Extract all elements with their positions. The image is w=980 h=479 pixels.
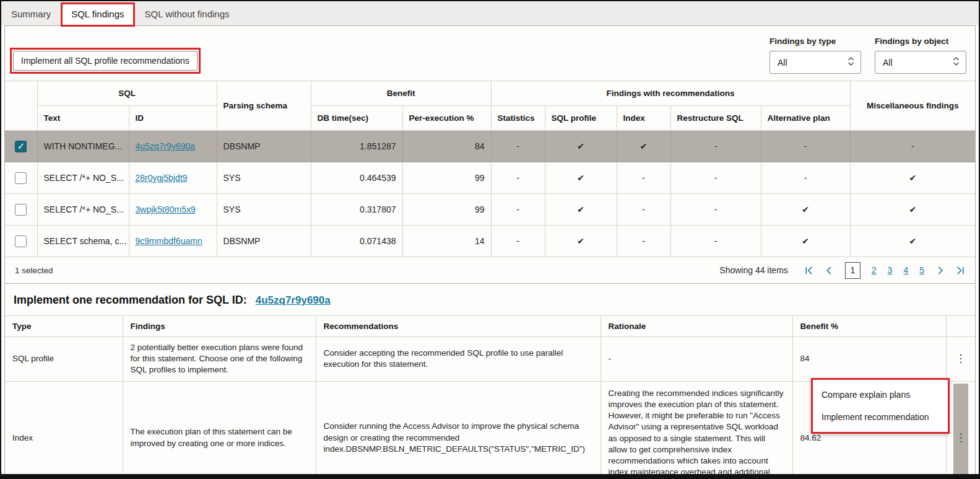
page-link[interactable]: 2 <box>872 265 877 275</box>
col-db-time: DB time(sec) <box>311 106 402 131</box>
col-rationale: Rationale <box>601 316 792 337</box>
row-checkbox[interactable] <box>15 235 27 247</box>
sql-text: WITH NONTIMEG... <box>37 131 129 162</box>
col-restructure-sql: Restructure SQL <box>670 106 761 131</box>
row-actions-kebab-button-active[interactable]: ⋮ <box>953 384 968 479</box>
col-group-benefit: Benefit <box>311 81 491 106</box>
restructure-sql-flag: - <box>670 194 761 226</box>
tab-sql-findings[interactable]: SQL findings <box>61 2 134 27</box>
rec-type: Index <box>5 381 123 479</box>
implement-all-sql-profile-button[interactable]: Implement all SQL profile recommendation… <box>13 51 197 71</box>
per-execution: 99 <box>402 194 491 226</box>
sql-profile-flag: ✔ <box>545 162 617 194</box>
miscellaneous-flag: - <box>850 131 975 162</box>
col-statistics: Statistics <box>491 106 545 131</box>
sub-header-row: Text ID DB time(sec) Per-execution % Sta… <box>5 106 975 131</box>
sql-id-link[interactable]: 9c9mmbdf6uamn <box>136 236 202 246</box>
parsing-schema: DBSNMP <box>217 226 311 257</box>
rec-rationale: Creating the recommended indices signifi… <box>601 381 792 479</box>
row-checkbox[interactable] <box>15 172 27 184</box>
rec-type: SQL profile <box>5 337 123 382</box>
rec-findings: The execution plan of this statement can… <box>123 381 316 479</box>
rec-recommendations: Consider accepting the recommended SQL p… <box>316 337 601 382</box>
col-id: ID <box>129 106 217 131</box>
col-parsing-schema: Parsing schema <box>217 81 311 131</box>
db-time: 0.071438 <box>311 226 402 257</box>
col-findings: Findings <box>123 316 316 337</box>
miscellaneous-flag: ✔ <box>850 194 975 226</box>
row-actions-kebab-icon[interactable]: ⋮ <box>955 353 966 364</box>
alternative-plan-flag: ✔ <box>761 226 850 257</box>
alternative-plan-flag: ✔ <box>761 194 850 226</box>
sql-profile-flag: ✔ <box>545 131 617 162</box>
row-checkbox[interactable] <box>15 204 27 216</box>
col-type: Type <box>5 316 123 337</box>
table-row[interactable]: WITH NONTIMEG... 4u5zq7r9y690a DBSNMP 1.… <box>5 131 975 162</box>
select-chevrons-icon <box>848 56 854 69</box>
col-miscellaneous-findings: Miscellaneous findings <box>850 81 975 131</box>
rec-benefit: 84 <box>792 337 946 382</box>
index-flag: - <box>617 194 670 226</box>
sql-id-link[interactable]: 3wpjk5t80m5x9 <box>136 204 196 214</box>
table-row[interactable]: SELECT /*+ NO_S... 28r0ygj5bjdt9 SYS 0.4… <box>5 162 975 194</box>
table-row[interactable]: SELECT schema, c... 9c9mmbdf6uamn DBSNMP… <box>5 226 975 257</box>
index-flag: - <box>617 162 670 194</box>
alternative-plan-flag: - <box>761 162 850 194</box>
filter-findings-by-object: Findings by object All <box>875 37 966 74</box>
col-group-sql: SQL <box>37 81 217 106</box>
row-actions-context-menu: Compare explain plans Implement recommen… <box>811 378 950 434</box>
sql-id-link[interactable]: 4u5zq7r9y690a <box>136 141 196 151</box>
page-link[interactable]: 4 <box>903 265 908 275</box>
table-footer: 1 selected Showing 44 items 1 2 3 4 5 <box>5 257 975 284</box>
table-row[interactable]: SELECT /*+ NO_S... 3wpjk5t80m5x9 SYS 0.3… <box>5 194 975 226</box>
row-actions-kebab-icon[interactable]: ⋮ <box>956 433 966 443</box>
alternative-plan-flag: - <box>761 131 850 162</box>
showing-items-count: Showing 44 items <box>719 265 788 275</box>
sql-id-link[interactable]: 28r0ygj5bjdt9 <box>136 173 188 183</box>
previous-page-icon[interactable] <box>825 266 834 275</box>
findings-by-object-select[interactable]: All <box>875 51 966 74</box>
last-page-icon[interactable] <box>956 266 965 275</box>
recommendation-sql-id-link[interactable]: 4u5zq7r9y690a <box>256 294 331 307</box>
filters: Findings by type All Findings by object … <box>770 37 966 74</box>
db-time: 0.317807 <box>311 194 402 226</box>
row-checkbox[interactable] <box>15 141 27 152</box>
index-flag: - <box>617 226 670 257</box>
tab-sql-without-findings[interactable]: SQL without findings <box>135 3 240 25</box>
col-alternative-plan: Alternative plan <box>761 106 850 131</box>
current-page[interactable]: 1 <box>845 262 861 279</box>
findings-by-object-label: Findings by object <box>875 37 966 46</box>
restructure-sql-flag: - <box>670 162 761 194</box>
statistics-flag: - <box>491 162 545 194</box>
col-per-execution: Per-execution % <box>402 106 491 131</box>
sql-text: SELECT /*+ NO_S... <box>37 194 129 226</box>
restructure-sql-flag: - <box>670 226 761 257</box>
next-page-icon[interactable] <box>935 266 945 275</box>
recommendation-row-sql-profile: SQL profile 2 potentially better executi… <box>5 337 975 382</box>
group-header-row: SQL Parsing schema Benefit Findings with… <box>5 81 975 106</box>
tab-summary[interactable]: Summary <box>1 3 61 25</box>
col-group-findings-with-recommendations: Findings with recommendations <box>491 81 850 106</box>
col-benefit: Benefit % <box>792 316 946 337</box>
toolbar: Implement all SQL profile recommendation… <box>5 26 975 81</box>
findings-by-type-label: Findings by type <box>770 37 861 46</box>
statistics-flag: - <box>491 131 545 162</box>
col-sql-profile: SQL profile <box>545 106 617 131</box>
sql-profile-flag: ✔ <box>545 226 617 257</box>
pagination: Showing 44 items 1 2 3 4 5 <box>719 262 965 279</box>
menu-item-implement-recommendation[interactable]: Implement recommendation <box>813 406 948 428</box>
rec-rationale: - <box>601 337 792 382</box>
menu-item-compare-explain-plans[interactable]: Compare explain plans <box>813 384 948 406</box>
parsing-schema: SYS <box>217 162 311 194</box>
db-time: 1.851287 <box>311 131 402 162</box>
col-index: Index <box>617 106 670 131</box>
per-execution: 84 <box>402 131 491 162</box>
findings-by-type-select[interactable]: All <box>770 51 861 74</box>
select-column-header <box>5 81 37 131</box>
sql-text: SELECT /*+ NO_S... <box>37 162 129 194</box>
page-link[interactable]: 5 <box>919 265 924 275</box>
first-page-icon[interactable] <box>804 266 813 275</box>
db-time: 0.464539 <box>311 162 402 194</box>
page-link[interactable]: 3 <box>888 265 893 275</box>
col-text: Text <box>37 106 129 131</box>
